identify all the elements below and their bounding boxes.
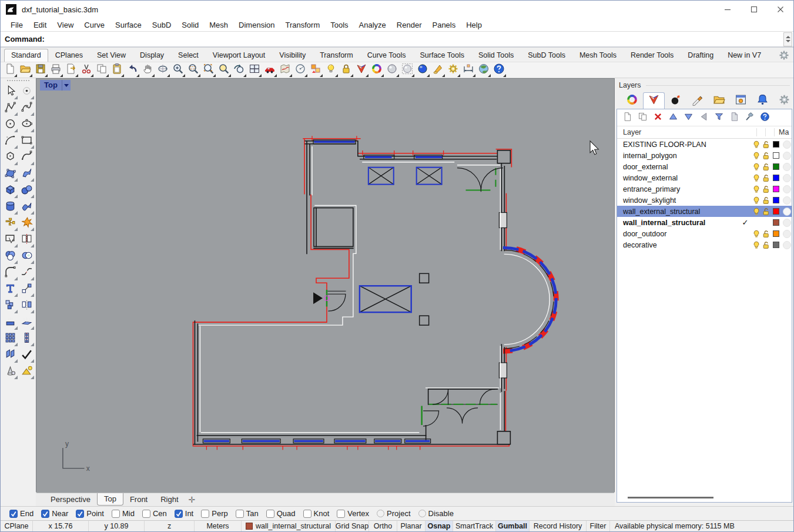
tool-cplane-button[interactable] <box>293 63 308 78</box>
osnap-radio-disable[interactable] <box>418 510 426 517</box>
layer-visibility-bulb-icon[interactable] <box>751 196 761 205</box>
osnap-checkbox-knot[interactable] <box>303 510 311 518</box>
viewport-title[interactable]: Top <box>40 80 71 91</box>
layer-material-icon[interactable] <box>783 196 791 205</box>
menu-mesh[interactable]: Mesh <box>204 19 233 31</box>
tool-export-button[interactable] <box>63 63 79 78</box>
layer-name[interactable]: entrance_primary <box>623 185 739 193</box>
menu-edit[interactable]: Edit <box>28 19 52 31</box>
toolbar-tab-standard[interactable]: Standard <box>4 49 48 62</box>
layer-material-icon[interactable] <box>783 185 791 193</box>
sidebar-tool-polygon-button[interactable] <box>2 150 18 166</box>
panel-tab-visibility-shield[interactable] <box>643 92 665 109</box>
tool-open-folder-button[interactable] <box>18 63 33 78</box>
layer-row-window_external[interactable]: window_external <box>617 172 792 183</box>
osnap-item-knot[interactable]: Knot <box>303 509 330 518</box>
sidebar-tool-array-linear-button[interactable] <box>19 331 35 347</box>
layer-visibility-bulb-icon[interactable] <box>751 241 761 249</box>
tool-copy-button[interactable] <box>94 63 109 78</box>
toolbar-tab-new-in-v7[interactable]: New in V7 <box>721 49 768 62</box>
tool-visibility-shield-button[interactable] <box>354 63 369 78</box>
hscrollbar-thumb[interactable] <box>628 497 713 498</box>
menu-file[interactable]: File <box>5 19 28 31</box>
panel-tab-color-wheel[interactable] <box>621 92 643 109</box>
osnap-item-cen[interactable]: Cen <box>142 509 167 518</box>
sidebar-tool-pyramid-lamp-button[interactable] <box>19 364 35 380</box>
layer-lock-icon[interactable] <box>761 163 771 171</box>
layer-name[interactable]: EXISTING FLOOR-PLAN <box>623 140 739 149</box>
add-viewport-icon[interactable]: ✛ <box>189 495 196 504</box>
sidebar-tool-bool-union-button[interactable] <box>2 249 18 265</box>
minimize-button[interactable] <box>714 1 741 18</box>
layer-row-internal_polygon[interactable]: internal_polygon <box>617 150 792 161</box>
toolbar-tab-curve-tools[interactable]: Curve Tools <box>360 49 413 62</box>
tool-print-button[interactable] <box>48 63 63 78</box>
layer-color-swatch[interactable] <box>773 175 779 181</box>
menu-panels[interactable]: Panels <box>427 19 461 31</box>
osnap-checkbox-tan[interactable] <box>236 510 244 518</box>
layers-tool-page-gray-button[interactable] <box>728 112 741 124</box>
osnap-checkbox-cen[interactable] <box>142 510 150 518</box>
sidebar-tool-fillet-button[interactable] <box>2 265 18 281</box>
toolbar-tab-set-view[interactable]: Set View <box>90 49 133 62</box>
osnap-item-tan[interactable]: Tan <box>236 509 259 518</box>
sidebar-tool-curve-interp-button[interactable] <box>19 101 35 116</box>
layer-material-icon[interactable] <box>783 208 791 216</box>
tool-color-wheel-button[interactable] <box>369 63 384 78</box>
layer-lock-icon[interactable] <box>761 196 771 205</box>
sidebar-tool-blend-button[interactable] <box>19 265 35 281</box>
sidebar-tool-join-button[interactable] <box>2 347 18 363</box>
tool-dimension-button[interactable] <box>461 63 476 78</box>
layer-material-icon[interactable] <box>783 219 791 227</box>
tool-car-button[interactable] <box>262 63 277 78</box>
tool-earth-button[interactable] <box>476 63 491 78</box>
sidebar-tool-pointer-button[interactable] <box>2 84 18 100</box>
panel-tab-bell[interactable] <box>752 92 773 109</box>
layer-row-door_outdoor[interactable]: door_outdoor <box>617 228 792 239</box>
menu-curve[interactable]: Curve <box>79 19 110 31</box>
layer-color-swatch[interactable] <box>773 141 779 148</box>
sidebar-tool-move-button[interactable] <box>19 282 35 297</box>
layer-color-swatch[interactable] <box>773 186 779 192</box>
toolbar-tab-display[interactable]: Display <box>133 49 171 62</box>
status-grid-snap[interactable]: Grid Snap <box>336 521 369 531</box>
layers-tool-tri-down-button[interactable] <box>682 112 695 124</box>
toolbar-tab-mesh-tools[interactable]: Mesh Tools <box>572 49 624 62</box>
tool-sphere-rendered-button[interactable] <box>415 63 430 78</box>
top-viewport[interactable]: y x Top <box>36 78 615 492</box>
sidebar-tool-bool-diff-button[interactable] <box>19 249 35 265</box>
tool-undo-view-button[interactable] <box>232 63 247 78</box>
layers-tool-tri-up-button[interactable] <box>666 112 680 124</box>
layer-visibility-bulb-icon[interactable] <box>751 152 761 160</box>
layer-color-swatch[interactable] <box>773 219 779 226</box>
menu-help[interactable]: Help <box>461 19 487 31</box>
layer-name[interactable]: window_external <box>623 174 739 182</box>
layers-tool-funnel-button[interactable] <box>712 112 726 124</box>
tool-help-button[interactable] <box>491 63 507 78</box>
status-ortho[interactable]: Ortho <box>369 521 397 531</box>
osnap-checkbox-perp[interactable] <box>201 510 209 518</box>
toolbar-tab-render-tools[interactable]: Render Tools <box>624 49 681 62</box>
layer-name[interactable]: window_skylight <box>623 196 739 205</box>
osnap-item-int[interactable]: Int <box>175 509 193 518</box>
layers-tool-help-button[interactable] <box>758 112 772 124</box>
sidebar-tool-check-button[interactable] <box>19 347 35 363</box>
status-wall-internal-structural[interactable]: wall_internal_structural <box>242 521 336 531</box>
toolbar-tab-subd-tools[interactable]: SubD Tools <box>521 49 572 62</box>
osnap-item-end[interactable]: End <box>9 509 33 518</box>
panel-tab-open-folder[interactable] <box>708 92 730 109</box>
tool-save-button[interactable] <box>33 63 48 78</box>
panel-tab-brush[interactable] <box>686 92 708 109</box>
status-cplane[interactable]: CPlane <box>1 521 33 531</box>
sidebar-tool-polyline-button[interactable] <box>2 101 18 116</box>
panel-tab-gear-gray[interactable] <box>773 92 792 109</box>
layer-color-swatch[interactable] <box>773 152 779 159</box>
sidebar-tool-array-button[interactable] <box>2 331 18 347</box>
sidebar-tool-extrude-button[interactable] <box>2 314 18 330</box>
sidebar-tool-srf-corner-button[interactable] <box>2 166 18 182</box>
sidebar-tool-mirror-button[interactable] <box>19 298 35 314</box>
tool-viewport-layout-button[interactable] <box>247 63 262 78</box>
layer-material-icon[interactable] <box>783 241 791 249</box>
osnap-checkbox-end[interactable] <box>9 510 18 518</box>
sidebar-tool-text-button[interactable] <box>2 282 18 297</box>
